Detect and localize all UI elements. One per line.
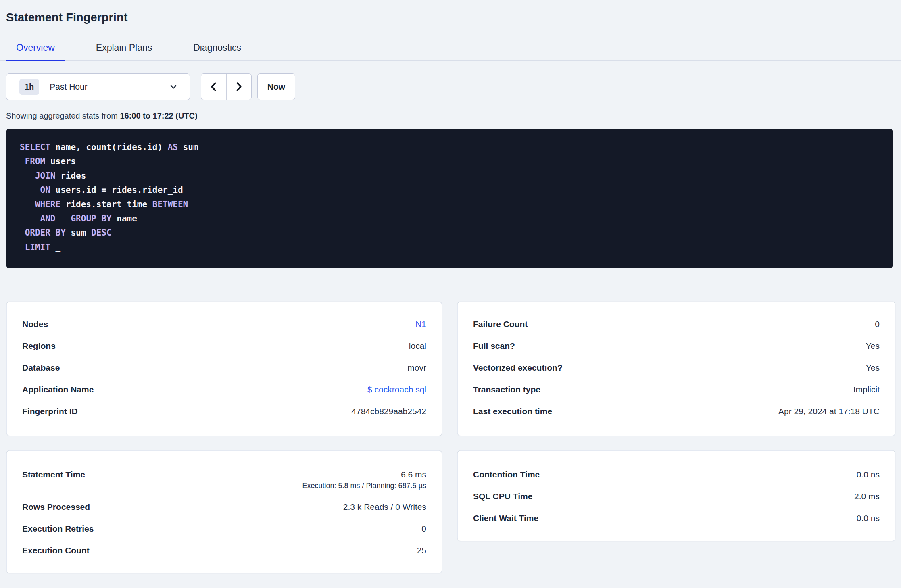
next-time-button[interactable] (227, 74, 252, 100)
detail-row-regions: Regions local (22, 335, 426, 357)
row-label: Database (22, 363, 60, 373)
sql-code: SELECT name, count(rides.id) AS sum FROM… (20, 140, 879, 254)
tab-diagnostics[interactable]: Diagnostics (183, 42, 251, 60)
perf-row-sql-cpu-time: SQL CPU Time 2.0 ms (473, 486, 880, 507)
active-tab-underline (6, 60, 65, 61)
statement-details-card: Nodes N1 Regions local Database movr App… (6, 302, 442, 436)
tab-explain-plans[interactable]: Explain Plans (86, 42, 162, 60)
row-label: SQL CPU Time (473, 492, 532, 501)
detail-row-failure-count: Failure Count 0 (473, 313, 880, 335)
detail-row-application-name: Application Name $ cockroach sql (22, 379, 426, 400)
row-label: Fingerprint ID (22, 407, 78, 416)
row-value: movr (407, 363, 426, 373)
row-label: Client Wait Time (473, 513, 538, 523)
tab-explain-plans-label: Explain Plans (96, 42, 152, 53)
detail-row-nodes: Nodes N1 (22, 313, 426, 335)
row-value: 0 (421, 524, 426, 534)
row-value: 4784cb829aab2542 (351, 407, 426, 416)
nodes-link[interactable]: N1 (415, 319, 426, 329)
row-label: Nodes (22, 319, 48, 329)
tab-diagnostics-label: Diagnostics (193, 42, 241, 53)
time-step-button-group (201, 73, 252, 100)
tab-bar: Overview Explain Plans Diagnostics (0, 42, 901, 61)
row-label: Full scan? (473, 341, 515, 351)
row-label: Transaction type (473, 385, 540, 394)
time-toolbar: 1h Past Hour Now (6, 73, 901, 100)
row-value: Apr 29, 2024 at 17:18 UTC (778, 407, 880, 416)
details-cards-row: Nodes N1 Regions local Database movr App… (6, 302, 901, 436)
row-value: 0.0 ns (857, 513, 880, 523)
sql-statement-box: SELECT name, count(rides.id) AS sum FROM… (6, 129, 893, 268)
aggregated-stats-note: Showing aggregated stats from 16:00 to 1… (6, 111, 901, 121)
row-value: Yes (866, 341, 880, 351)
row-value: 0 (875, 319, 880, 329)
detail-row-transaction-type: Transaction type Implicit (473, 379, 880, 400)
stats-note-prefix: Showing aggregated stats from (6, 111, 118, 120)
tab-overview[interactable]: Overview (6, 42, 65, 60)
perf-row-contention-time: Contention Time 0.0 ns (473, 464, 880, 486)
time-range-badge: 1h (19, 79, 39, 95)
statement-time-card: Statement Time 6.6 ms Execution: 5.8 ms … (6, 450, 442, 573)
detail-row-vectorized-execution: Vectorized execution? Yes (473, 357, 880, 379)
row-label: Execution Retries (22, 524, 94, 534)
detail-row-last-execution-time: Last execution time Apr 29, 2024 at 17:1… (473, 400, 880, 422)
stats-note-range: 16:00 to 17:22 (UTC) (120, 111, 197, 120)
detail-row-database: Database movr (22, 357, 426, 379)
prev-time-button[interactable] (201, 74, 227, 100)
detail-row-fingerprint-id: Fingerprint ID 4784cb829aab2542 (22, 400, 426, 422)
time-range-select[interactable]: 1h Past Hour (6, 73, 190, 100)
row-value: 2.3 k Reads / 0 Writes (343, 502, 426, 512)
row-value: 0.0 ns (857, 470, 880, 480)
execution-attributes-card: Failure Count 0 Full scan? Yes Vectorize… (457, 302, 895, 436)
row-label: Regions (22, 341, 56, 351)
application-name-link[interactable]: $ cockroach sql (367, 385, 426, 394)
row-label: Last execution time (473, 407, 552, 416)
statement-time-breakdown: Execution: 5.8 ms / Planning: 687.5 µs (302, 482, 426, 490)
row-value: Yes (866, 363, 880, 373)
row-value: 2.0 ms (854, 492, 880, 501)
performance-cards-row: Statement Time 6.6 ms Execution: 5.8 ms … (6, 450, 901, 573)
row-value: local (409, 341, 426, 351)
statement-fingerprint-page: Statement Fingerprint Overview Explain P… (0, 0, 901, 588)
perf-row-client-wait-time: Client Wait Time 0.0 ns (473, 507, 880, 529)
perf-row-rows-processed: Rows Processed 2.3 k Reads / 0 Writes (22, 496, 426, 518)
wait-time-card: Contention Time 0.0 ns SQL CPU Time 2.0 … (457, 450, 895, 541)
row-value: 25 (417, 546, 426, 555)
row-label: Rows Processed (22, 502, 90, 512)
detail-row-full-scan: Full scan? Yes (473, 335, 880, 357)
row-label: Vectorized execution? (473, 363, 563, 373)
row-value: Implicit (853, 385, 880, 394)
row-label: Failure Count (473, 319, 528, 329)
perf-row-execution-retries: Execution Retries 0 (22, 518, 426, 540)
chevron-right-icon (233, 81, 244, 92)
chevron-down-icon (169, 82, 178, 92)
chevron-left-icon (208, 81, 219, 92)
now-button[interactable]: Now (257, 73, 295, 100)
tab-overview-label: Overview (16, 42, 55, 53)
perf-row-execution-count: Execution Count 25 (22, 540, 426, 561)
row-label: Application Name (22, 385, 94, 394)
perf-row-statement-time: Statement Time 6.6 ms Execution: 5.8 ms … (22, 464, 426, 490)
row-label: Statement Time (22, 464, 85, 486)
statement-time-values: 6.6 ms Execution: 5.8 ms / Planning: 687… (302, 464, 426, 490)
time-range-label: Past Hour (50, 82, 169, 92)
page-title: Statement Fingerprint (0, 0, 901, 24)
row-label: Contention Time (473, 470, 540, 480)
row-label: Execution Count (22, 546, 90, 555)
